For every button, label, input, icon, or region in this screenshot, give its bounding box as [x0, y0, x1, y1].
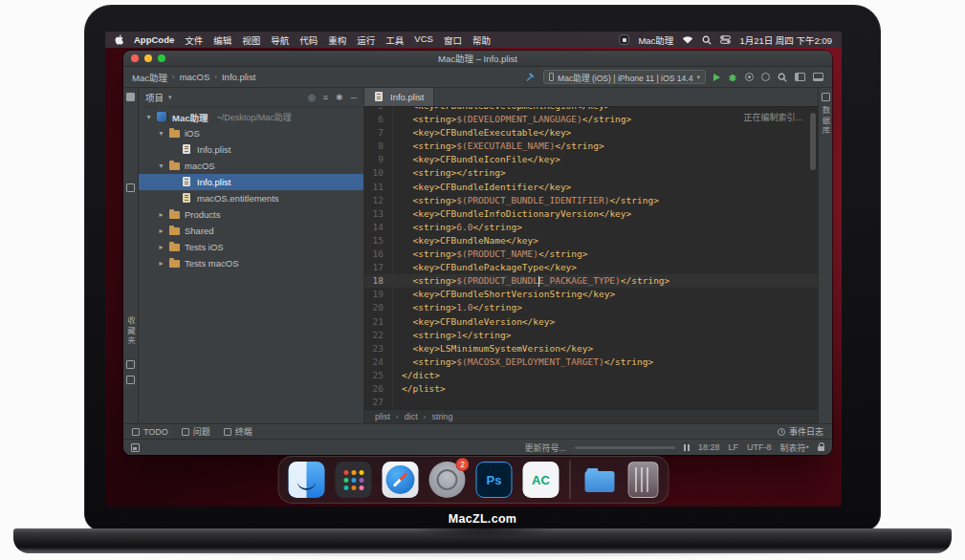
gear-icon[interactable]: ✱ [336, 93, 343, 102]
code-line-10[interactable]: 10 <string></string> [364, 166, 818, 180]
code-line-22[interactable]: 22 <string>1</string> [364, 329, 818, 342]
tree-row-shared[interactable]: ▸Shared [139, 223, 363, 239]
tree-row-products[interactable]: ▸Products [139, 206, 363, 223]
line-separator[interactable]: LF [728, 442, 738, 452]
dock-icon-photoshop[interactable]: Ps [476, 462, 513, 498]
bookmark-icon[interactable] [126, 360, 135, 369]
breadcrumb-item-0[interactable]: plist [375, 412, 390, 421]
menu-item-9[interactable]: 窗口 [444, 33, 462, 47]
breadcrumb-item-1[interactable]: macOS [180, 72, 210, 82]
menu-item-10[interactable]: 帮助 [472, 33, 491, 47]
debug-button[interactable] [728, 73, 737, 82]
project-toolwindow-icon[interactable] [126, 93, 135, 101]
hide-panel-icon[interactable]: ─ [351, 93, 357, 102]
close-window-button[interactable] [131, 54, 139, 62]
locate-file-icon[interactable]: ◎ [308, 93, 316, 102]
chevron-down-icon[interactable]: ▾ [168, 94, 172, 101]
assistant-app-icon[interactable] [619, 34, 629, 45]
window-title-bar[interactable]: Mac助理 – Info.plist [123, 51, 832, 67]
tree-row-ios[interactable]: ▾iOS [139, 125, 363, 141]
tree-row-info-plist[interactable]: Info.plist [139, 174, 363, 190]
menu-item-6[interactable]: 运行 [357, 33, 375, 47]
code-line-18[interactable]: 18 <string>$(PRODUCT_BUNDLE_PACKAGE_TYPE… [364, 274, 818, 288]
code-line-9[interactable]: 9 <key>CFBundleIconFile</key> [364, 153, 818, 166]
code-line-7[interactable]: 7 <key>CFBundleExecutable</key> [364, 126, 818, 140]
dock-icon-app-badge[interactable]: 2 [429, 462, 466, 498]
file-encoding[interactable]: UTF-8 [747, 442, 772, 452]
code-line-17[interactable]: 17 <key>CFBundlePackageType</key> [364, 261, 818, 274]
tree-row-macos[interactable]: ▾macOS [139, 158, 363, 174]
active-app-name[interactable]: AppCode [134, 34, 174, 45]
toolwindow-toggle-icon[interactable] [131, 443, 140, 452]
lock-icon[interactable] [818, 446, 824, 451]
dock-icon-trash[interactable] [628, 462, 659, 498]
tree-row-tests-ios[interactable]: ▸Tests iOS [139, 239, 363, 255]
code-line-23[interactable]: 23 <key>LSMinimumSystemVersion</key> [364, 342, 818, 355]
build-icon[interactable] [525, 72, 536, 82]
indent-style[interactable]: 制表符* [779, 442, 809, 454]
code-line-21[interactable]: 21 <key>CFBundleVersion</key> [364, 315, 818, 329]
structure-toolwindow-icon[interactable] [126, 183, 135, 192]
run-configuration-select[interactable]: Mac助理 (iOS) | iPhone 11 | iOS 14.4 ▾ [543, 70, 706, 84]
collapse-all-icon[interactable]: ≡ [323, 93, 328, 102]
zoom-window-button[interactable] [158, 54, 165, 62]
code-line-24[interactable]: 24 <string>$(MACOSX_DEPLOYMENT_TARGET)</… [364, 355, 818, 369]
code-line-15[interactable]: 15 <key>CFBundleName</key> [364, 234, 818, 248]
todo-strip-icon[interactable] [126, 376, 135, 384]
menu-item-3[interactable]: 导航 [271, 33, 289, 47]
layout-left-icon[interactable] [795, 73, 805, 81]
code-line-16[interactable]: 16 <string>$(PRODUCT_NAME)</string> [364, 248, 818, 261]
apple-menu-icon[interactable] [115, 34, 123, 45]
coverage-button[interactable] [761, 73, 770, 81]
code-line-13[interactable]: 13 <key>CFBundleInfoDictionaryVersion</k… [364, 207, 818, 221]
editor-scrollbar[interactable] [810, 113, 816, 170]
menu-item-0[interactable]: 文件 [185, 33, 203, 47]
tree-row-mac-[interactable]: ▾Mac助理~/Desktop/Mac助理 [139, 109, 363, 125]
breadcrumb-item-1[interactable]: dict [405, 412, 418, 421]
menu-item-7[interactable]: 工具 [385, 33, 404, 47]
code-line-11[interactable]: 11 <key>CFBundleIdentifier</key> [364, 181, 818, 194]
menu-bar-datetime[interactable]: 1月21日 周四 下午2:09 [739, 33, 832, 47]
favorites-toolwindow-tab[interactable]: 收藏夹 [125, 316, 137, 347]
tool-button-2[interactable]: 终端 [224, 425, 252, 438]
code-line-20[interactable]: 20 <string>1.0</string> [364, 301, 818, 314]
event-log-button[interactable]: 事件日志 [778, 425, 823, 438]
tool-button-1[interactable]: 问题 [182, 425, 210, 438]
menu-item-2[interactable]: 视图 [242, 33, 260, 47]
assistant-app-label[interactable]: Mac助理 [638, 33, 673, 47]
breadcrumb-item-0[interactable]: Mac助理 [132, 71, 167, 84]
layout-bottom-icon[interactable] [813, 73, 823, 81]
run-button[interactable] [713, 74, 720, 81]
menu-item-5[interactable]: 重构 [328, 33, 346, 47]
database-toolwindow-icon[interactable] [822, 93, 830, 101]
code-line-8[interactable]: 8 <string>$(EXECUTABLE_NAME)</string> [364, 140, 818, 153]
project-view-label[interactable]: 项目 [145, 91, 164, 104]
code-line-25[interactable]: 25</dict> [364, 369, 818, 382]
minimize-window-button[interactable] [144, 54, 152, 62]
menu-item-1[interactable]: 编辑 [213, 33, 231, 47]
database-toolwindow-tab[interactable]: 数据库 [820, 106, 831, 137]
code-line-12[interactable]: 12 <string>$(PRODUCT_BUNDLE_IDENTIFIER)<… [364, 194, 818, 207]
code-line-27[interactable]: 27 [364, 396, 818, 409]
wifi-icon[interactable] [682, 35, 693, 44]
tree-row-tests-macos[interactable]: ▸Tests macOS [139, 255, 363, 271]
code-editor[interactable]: 5 <key>CFBundleDevelopmentRegion</key>6 … [364, 107, 818, 409]
pause-progress-button[interactable] [684, 444, 690, 451]
breadcrumb-item-2[interactable]: Info.plist [222, 72, 255, 82]
toolbar-search-icon[interactable] [778, 73, 787, 82]
tree-row-macos-entitlements[interactable]: macOS.entitlements [139, 190, 363, 206]
caret-position[interactable]: 18:28 [698, 442, 720, 452]
tool-button-0[interactable]: TODO [132, 425, 168, 438]
profile-button[interactable] [745, 73, 754, 81]
tree-row-info-plist[interactable]: Info.plist [139, 141, 363, 158]
spotlight-search-icon[interactable] [702, 35, 712, 45]
code-line-14[interactable]: 14 <string>6.0</string> [364, 221, 818, 234]
dock-icon-appcode[interactable]: AC [523, 462, 559, 498]
dock-icon-downloads[interactable] [581, 462, 618, 498]
menu-item-8[interactable]: VCS [414, 33, 433, 47]
code-line-19[interactable]: 19 <key>CFBundleShortVersionString</key> [364, 288, 818, 301]
menu-item-4[interactable]: 代码 [299, 33, 318, 47]
code-line-26[interactable]: 26</plist> [364, 382, 818, 396]
dock-icon-safari[interactable] [383, 462, 419, 498]
dock-icon-finder[interactable] [289, 462, 325, 498]
